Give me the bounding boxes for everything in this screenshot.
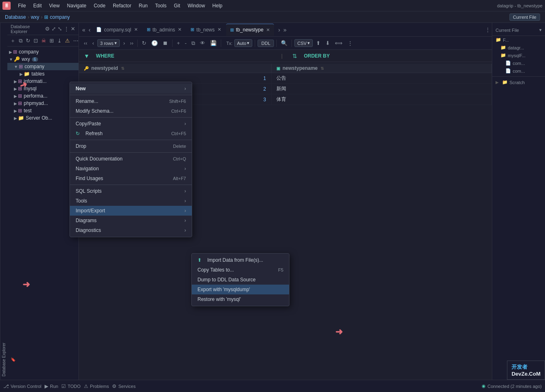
rp-item-f[interactable]: 📁 F... <box>492 36 545 44</box>
tab-close-company-sql[interactable]: ✕ <box>134 27 138 32</box>
sidebar-settings-icon[interactable]: ⚙ <box>45 26 50 32</box>
sidebar-export-icon[interactable]: ⤓ <box>56 37 63 45</box>
menu-view[interactable]: View <box>46 2 63 9</box>
tree-item-test[interactable]: ▶ ⊞ test <box>7 107 78 114</box>
ctx-item-tools[interactable]: Tools › <box>70 196 192 206</box>
sort-icon-newstypeid[interactable]: ⇅ <box>121 66 124 71</box>
sort-icon-newstypename[interactable]: ⇅ <box>321 66 324 71</box>
sidebar-schema-icon[interactable]: ⊡ <box>32 37 39 45</box>
qt-export-btn[interactable]: ⬇ <box>324 39 332 47</box>
menu-help[interactable]: Help <box>209 2 226 9</box>
submenu-item-dump-ddl[interactable]: Dump to DDL Data Source <box>192 275 289 285</box>
rp-item-mysqlf[interactable]: 📁 mysqlF... <box>492 51 545 59</box>
status-problems[interactable]: ⚠ Problems <box>84 383 109 389</box>
breadcrumb-database[interactable]: Database <box>5 14 26 20</box>
rows-selector[interactable]: 3 rows ▾ <box>97 39 120 47</box>
qt-diff-btn[interactable]: ⟺ <box>333 39 344 47</box>
ctx-item-rename[interactable]: Rename... Shift+F6 <box>70 96 192 106</box>
rp-item-com2[interactable]: 📄 com... <box>492 67 545 75</box>
ctx-item-importexport[interactable]: Import/Export › <box>70 206 192 216</box>
qt-import-btn[interactable]: ⬆ <box>314 39 322 47</box>
qt-preview-btn[interactable]: 👁 <box>198 39 207 47</box>
submenu-item-import-files[interactable]: ⬆ Import Data from File(s)... <box>192 255 289 265</box>
ctx-item-diagnostics[interactable]: Diagnostics › <box>70 225 192 235</box>
sidebar-more-icon[interactable]: ⋮ <box>64 26 69 32</box>
menu-code[interactable]: Code <box>90 2 109 9</box>
ctx-item-diagrams[interactable]: Diagrams › <box>70 216 192 225</box>
database-explorer-label[interactable]: Database Explorer <box>0 23 7 380</box>
qt-prev-btn[interactable]: ‹ <box>91 39 96 47</box>
qt-duplicate-btn[interactable]: ⧉ <box>190 39 197 47</box>
tab-company-sql[interactable]: 📄 company.sql ✕ <box>92 24 141 36</box>
qt-back-btn[interactable]: ‹‹ <box>82 39 89 47</box>
sidebar-refresh-icon[interactable]: ↻ <box>25 37 31 45</box>
tab-nav-next[interactable]: › <box>276 26 282 34</box>
qt-save-btn[interactable]: 💾 <box>209 39 218 47</box>
sidebar-copy-icon[interactable]: ⧉ <box>18 37 24 45</box>
sidebar-collapse-icon[interactable]: ⤡ <box>58 26 62 32</box>
submenu-item-copy-tables[interactable]: Copy Tables to... F5 <box>192 265 289 275</box>
ddl-button[interactable]: DDL <box>258 40 274 47</box>
ctx-item-new[interactable]: New › <box>70 84 192 94</box>
status-version-control[interactable]: ⎇ Version Control <box>3 383 41 389</box>
menu-run[interactable]: Run <box>135 2 151 9</box>
tab-nav-left[interactable]: « <box>81 26 87 34</box>
tab-close-tb-newstype[interactable]: ✕ <box>266 27 270 33</box>
sidebar-expand-icon[interactable]: ⤢ <box>52 26 56 32</box>
qt-search-btn[interactable]: 🔍 <box>279 39 289 47</box>
qt-add-row-btn[interactable]: + <box>175 39 182 47</box>
breadcrumb-company[interactable]: company <box>50 14 70 20</box>
ctx-item-sqlscripts[interactable]: SQL Scripts › <box>70 186 192 196</box>
sidebar-warning-icon[interactable]: ⚠ <box>64 37 71 45</box>
tab-nav-prev[interactable]: ‹ <box>87 26 92 34</box>
ctx-item-quickdoc[interactable]: Quick Documentation Ctrl+Q <box>70 154 192 164</box>
submenu-item-export-mysqldump[interactable]: Export with 'mysqldump' <box>192 285 289 294</box>
tree-item-serverob[interactable]: ▶ 📁 Server Ob... <box>7 114 78 122</box>
breadcrumb-wxy[interactable]: wxy <box>31 14 39 20</box>
rp-item-com1[interactable]: 📄 com... <box>492 59 545 67</box>
tab-more[interactable]: ⋮ <box>485 27 490 33</box>
menu-file[interactable]: File <box>15 2 29 9</box>
menu-tools[interactable]: Tools <box>152 2 170 9</box>
tab-nav-right[interactable]: » <box>282 26 288 34</box>
tab-close-tb-admins[interactable]: ✕ <box>178 27 182 32</box>
status-services[interactable]: ⚙ Services <box>112 383 135 389</box>
col-header-newstypename[interactable]: ▣ newstypename ⇅ <box>271 64 491 73</box>
qt-reload-btn[interactable]: ↻ <box>140 39 148 47</box>
csv-button[interactable]: CSV ▾ <box>294 39 313 47</box>
col-header-newstypeid[interactable]: 🔑 newstypeid ⇅ <box>79 64 271 73</box>
tree-item-tables[interactable]: ▶ 📁 tables <box>7 70 78 78</box>
ctx-item-modify[interactable]: Modify Schema... Ctrl+F6 <box>70 106 192 116</box>
tab-tb-admins[interactable]: ⊞ tb_admins ✕ <box>143 24 186 36</box>
sidebar-close-icon[interactable]: ✕ <box>71 26 75 32</box>
qt-end-btn[interactable]: ›› <box>128 39 135 47</box>
menu-git[interactable]: Git <box>170 2 183 9</box>
tab-tb-newstype[interactable]: ⊞ tb_newstype ✕ <box>226 24 274 36</box>
current-file-button[interactable]: Current File <box>509 13 540 21</box>
sidebar-add-icon[interactable]: ＋ <box>9 36 17 45</box>
ctx-item-navigation[interactable]: Navigation › <box>70 164 192 174</box>
tree-item-mysql[interactable]: ▶ ⊞ mysql <box>7 85 78 92</box>
sidebar-skull-icon[interactable]: ☠ <box>40 37 47 45</box>
qt-stop-btn[interactable]: ⏹ <box>161 39 170 47</box>
ctx-item-refresh[interactable]: ↻ Refresh Ctrl+F5 <box>70 129 192 138</box>
tree-item-performa[interactable]: ▶ ⊞ performa... <box>7 92 78 100</box>
ctx-item-copypaste[interactable]: Copy/Paste › <box>70 119 192 129</box>
menu-window[interactable]: Window <box>184 2 209 9</box>
rp-dropdown-btn[interactable]: ▾ <box>539 27 542 33</box>
rp-item-datagr[interactable]: 📁 datagr... <box>492 44 545 51</box>
menu-edit[interactable]: Edit <box>30 2 45 9</box>
tree-item-company-child[interactable]: ▼ ⊞ company <box>7 63 78 70</box>
status-run[interactable]: ▶ Run <box>45 383 58 389</box>
tree-item-informati[interactable]: ▶ ⊞ informati... <box>7 78 78 85</box>
rp-item-scratch[interactable]: ▶ 📁 Scratch <box>492 78 545 86</box>
tx-auto-btn[interactable]: Auto ▾ <box>234 39 253 47</box>
status-todo[interactable]: ☑ TODO <box>61 383 81 389</box>
sidebar-table-icon[interactable]: ⊞ <box>48 37 55 45</box>
menu-navigate[interactable]: Navigate <box>64 2 90 9</box>
tree-item-company-root[interactable]: ▶ ⊞ company <box>7 48 78 56</box>
qt-history-btn[interactable]: 🕐 <box>150 39 159 47</box>
qt-more-btn[interactable]: ⋮ <box>346 39 354 47</box>
menu-refactor[interactable]: Refactor <box>110 2 135 9</box>
sidebar-extra-icon[interactable]: ⋯ <box>72 37 80 45</box>
